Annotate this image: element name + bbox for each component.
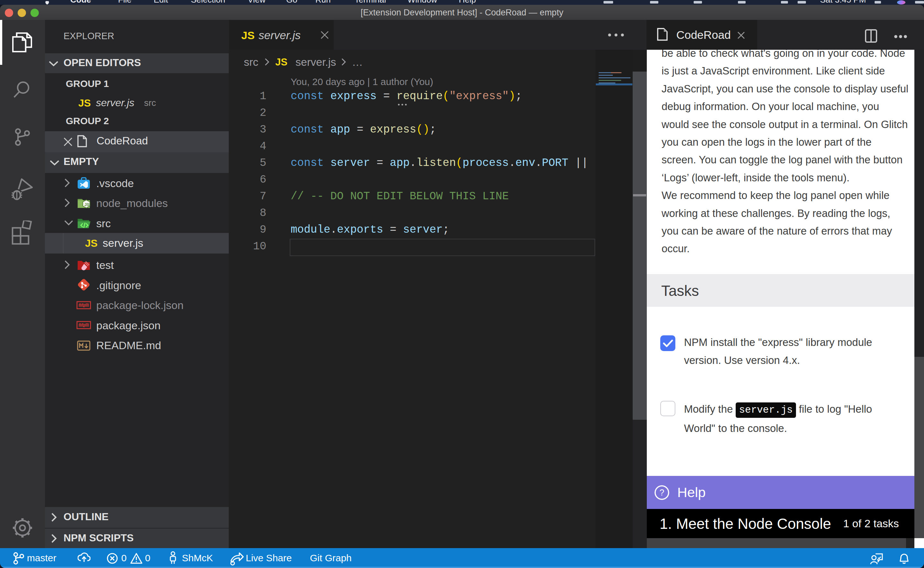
svg-text:?: ? (659, 488, 664, 497)
svg-text:JS: JS (84, 202, 89, 207)
